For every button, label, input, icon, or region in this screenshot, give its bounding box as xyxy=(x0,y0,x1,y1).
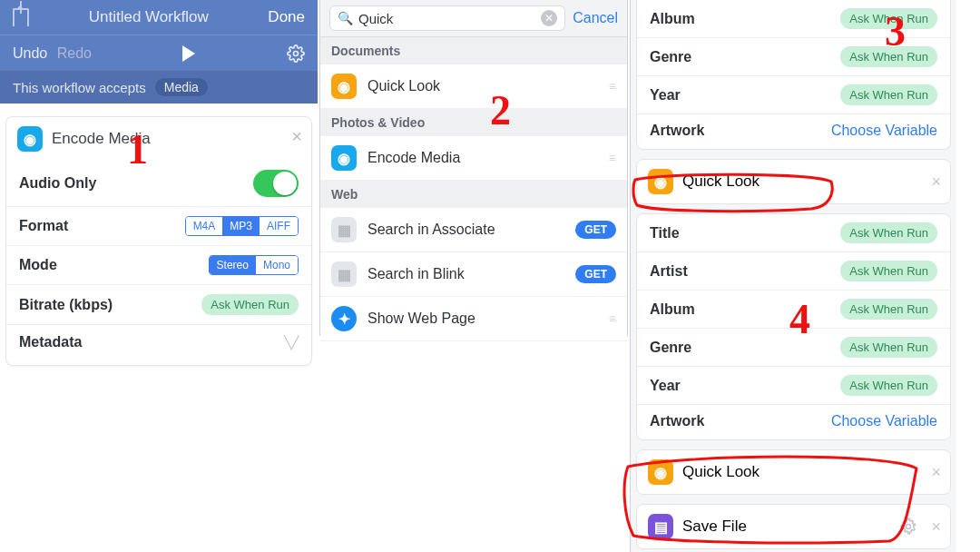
artist-label: Artist xyxy=(650,263,688,280)
choose-variable-link[interactable]: Choose Variable xyxy=(831,413,937,429)
gear-icon[interactable] xyxy=(899,518,917,536)
quick-look-action-2[interactable]: ◉ Quick Look × xyxy=(636,449,951,495)
genre-label: Genre xyxy=(650,49,691,65)
bitrate-ask-pill[interactable]: Ask When Run xyxy=(201,294,299,315)
result-encode-media[interactable]: ◉ Encode Media ≡ xyxy=(320,136,627,181)
svg-point-1 xyxy=(906,525,911,529)
result-show-web-page[interactable]: ✦ Show Web Page ≡ xyxy=(320,297,627,341)
result-search-blink[interactable]: ▦ Search in Blink GET xyxy=(320,252,627,297)
close-icon[interactable]: × xyxy=(291,126,302,147)
audio-only-label: Audio Only xyxy=(19,175,96,192)
result-label: Search in Blink xyxy=(368,266,465,282)
search-bar: 🔍 Quick ✕ Cancel xyxy=(320,0,627,37)
save-file-action[interactable]: ▤ Save File × xyxy=(636,504,951,549)
year-label: Year xyxy=(650,378,681,394)
result-label: Encode Media xyxy=(368,150,460,166)
search-query: Quick xyxy=(358,11,393,26)
action-label: Save File xyxy=(682,518,747,536)
get-badge[interactable]: GET xyxy=(575,221,616,239)
action-label: Quick Look xyxy=(682,172,760,191)
artwork-label: Artwork xyxy=(650,123,704,139)
close-icon[interactable]: × xyxy=(931,518,941,537)
ask-pill[interactable]: Ask When Run xyxy=(840,261,937,281)
workflow-title[interactable]: Untitled Workflow xyxy=(29,8,268,26)
artwork-label: Artwork xyxy=(650,413,704,429)
undo-button[interactable]: Undo xyxy=(13,45,47,61)
play-icon[interactable] xyxy=(182,45,195,62)
mode-mono[interactable]: Mono xyxy=(256,256,298,274)
redo-button[interactable]: Redo xyxy=(57,45,92,61)
search-panel: 🔍 Quick ✕ Cancel Documents ◉ Quick Look … xyxy=(319,0,628,336)
result-quick-look[interactable]: ◉ Quick Look ≡ xyxy=(320,64,627,109)
accepts-label: This workflow accepts xyxy=(13,80,146,95)
quick-look-icon: ◉ xyxy=(648,169,673,194)
format-m4a[interactable]: M4A xyxy=(186,217,223,235)
mode-label: Mode xyxy=(19,257,57,273)
share-icon[interactable] xyxy=(13,8,29,26)
result-label: Search in Associate xyxy=(368,222,495,238)
settings-icon[interactable] xyxy=(287,44,305,63)
safari-icon: ✦ xyxy=(331,306,357,331)
drag-handle-icon[interactable]: ≡ xyxy=(609,79,618,94)
annotation-3: 3 xyxy=(885,7,906,55)
chevron-down-icon[interactable]: ╲╱ xyxy=(284,335,299,350)
get-badge[interactable]: GET xyxy=(575,265,616,283)
save-file-icon: ▤ xyxy=(648,514,673,539)
undo-redo: Undo Redo xyxy=(13,45,92,62)
format-label: Format xyxy=(19,218,68,234)
quick-look-action[interactable]: ◉ Quick Look × xyxy=(636,159,951,204)
drag-handle-icon[interactable]: ≡ xyxy=(609,311,618,326)
ask-pill[interactable]: Ask When Run xyxy=(840,337,937,358)
metadata-label: Metadata xyxy=(19,334,82,350)
encode-media-card: ◉ Encode Media × Audio Only Format M4A M… xyxy=(5,116,312,366)
cancel-button[interactable]: Cancel xyxy=(573,10,618,26)
result-label: Show Web Page xyxy=(368,310,475,327)
grid-icon: ▦ xyxy=(331,261,357,287)
accepts-type-pill[interactable]: Media xyxy=(155,78,208,96)
annotation-2: 2 xyxy=(490,86,511,134)
section-photos: Photos & Video xyxy=(320,109,627,136)
quick-look-icon: ◉ xyxy=(648,459,673,485)
editor-header: Untitled Workflow Done Undo Redo This wo… xyxy=(0,0,318,104)
result-search-associate[interactable]: ▦ Search in Associate GET xyxy=(320,208,627,252)
search-icon: 🔍 xyxy=(338,11,353,25)
quick-look-icon: ◉ xyxy=(331,74,357,99)
ask-pill[interactable]: Ask When Run xyxy=(840,299,937,320)
grid-icon: ▦ xyxy=(331,217,357,242)
mode-segmented[interactable]: Stereo Mono xyxy=(209,255,299,275)
close-icon[interactable]: × xyxy=(931,463,941,482)
section-documents: Documents xyxy=(320,37,627,64)
album-label: Album xyxy=(650,301,695,318)
choose-variable-link[interactable]: Choose Variable xyxy=(831,123,937,139)
mode-stereo[interactable]: Stereo xyxy=(210,256,256,274)
annotation-1: 1 xyxy=(127,125,148,173)
drag-handle-icon[interactable]: ≡ xyxy=(609,151,618,165)
workflow-steps-panel: AlbumAsk When Run GenreAsk When Run Year… xyxy=(630,0,956,552)
search-input[interactable]: 🔍 Quick ✕ xyxy=(329,5,565,31)
format-aiff[interactable]: AIFF xyxy=(260,217,298,235)
section-web: Web xyxy=(320,181,627,208)
encode-media-icon: ◉ xyxy=(331,145,357,171)
ask-pill[interactable]: Ask When Run xyxy=(840,375,937,396)
clear-search-icon[interactable]: ✕ xyxy=(541,10,557,26)
audio-only-toggle[interactable] xyxy=(253,170,299,197)
action-label: Quick Look xyxy=(682,463,760,481)
svg-point-0 xyxy=(293,51,298,55)
format-segmented[interactable]: M4A MP3 AIFF xyxy=(185,216,299,236)
year-label: Year xyxy=(650,87,681,104)
title-label: Title xyxy=(650,225,680,242)
album-label: Album xyxy=(650,11,695,27)
ask-pill[interactable]: Ask When Run xyxy=(840,222,937,243)
close-icon[interactable]: × xyxy=(931,172,941,192)
editor-panel: Untitled Workflow Done Undo Redo This wo… xyxy=(0,0,318,366)
ask-pill[interactable]: Ask When Run xyxy=(840,84,937,105)
done-button[interactable]: Done xyxy=(268,8,305,26)
result-label: Quick Look xyxy=(368,78,440,94)
genre-label: Genre xyxy=(650,340,691,356)
bitrate-label: Bitrate (kbps) xyxy=(19,297,113,313)
encode-media-icon: ◉ xyxy=(17,126,43,152)
annotation-4: 4 xyxy=(789,295,810,343)
format-mp3[interactable]: MP3 xyxy=(222,217,260,235)
